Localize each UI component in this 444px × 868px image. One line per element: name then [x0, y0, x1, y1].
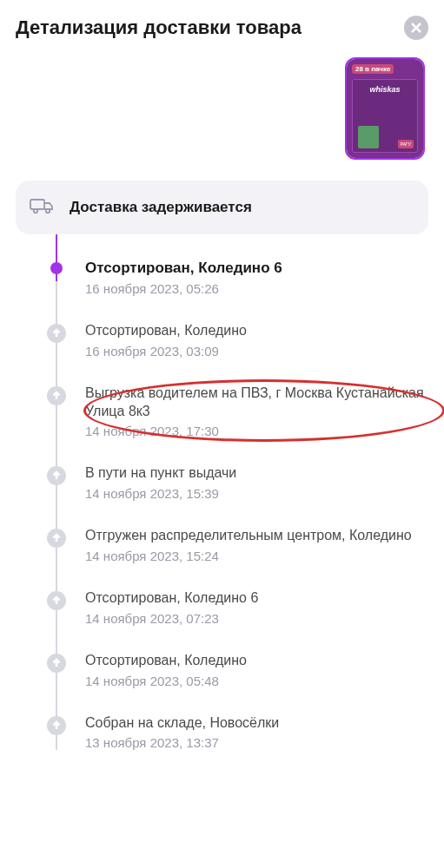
timeline-date: 14 ноября 2023, 17:30 — [85, 424, 428, 438]
timeline-date: 14 ноября 2023, 15:24 — [85, 549, 428, 563]
timeline-status: Отсортирован, Коледино — [85, 652, 428, 670]
product-list: 28 в пачке whiskas РАГУ — [16, 57, 428, 160]
timeline-status: Собран на складе, Новосёлки — [85, 714, 428, 733]
timeline-item: В пути на пункт выдачи14 ноября 2023, 15… — [47, 464, 428, 501]
timeline-marker — [47, 386, 66, 405]
truck-icon — [30, 196, 54, 219]
timeline-marker — [47, 591, 66, 610]
timeline-status: Выгрузка водителем на ПВЗ, г Москва Куст… — [85, 385, 428, 421]
modal-title: Детализация доставки товара — [16, 16, 302, 39]
timeline-date: 14 ноября 2023, 15:39 — [85, 486, 428, 501]
delivery-status: Доставка задерживается — [70, 199, 252, 216]
timeline-status: Отгружен распределительным центром, Коле… — [85, 527, 428, 545]
timeline-date: 13 ноября 2023, 13:37 — [85, 735, 428, 750]
arrow-up-icon — [51, 328, 62, 339]
timeline-date: 14 ноября 2023, 07:23 — [85, 611, 428, 626]
timeline-status: Отсортирован, Коледино 6 — [85, 589, 428, 608]
close-button[interactable] — [404, 16, 428, 40]
timeline-date: 16 ноября 2023, 05:26 — [85, 281, 428, 296]
svg-point-2 — [46, 209, 50, 213]
timeline-marker — [47, 716, 66, 735]
modal-header: Детализация доставки товара — [16, 16, 428, 40]
timeline-item: Отсортирован, Коледино 614 ноября 2023, … — [47, 589, 428, 626]
close-icon — [410, 22, 422, 34]
timeline-status: В пути на пункт выдачи — [85, 464, 428, 483]
timeline-date: 16 ноября 2023, 03:09 — [85, 344, 428, 358]
timeline-item: Отгружен распределительным центром, Коле… — [47, 527, 428, 563]
timeline-item: Отсортирован, Коледино16 ноября 2023, 03… — [47, 322, 428, 358]
arrow-up-icon — [51, 720, 62, 731]
timeline-status: Отсортирован, Коледино — [85, 322, 428, 340]
arrow-up-icon — [51, 391, 62, 401]
status-banner: Доставка задерживается — [16, 181, 428, 234]
timeline: Отсортирован, Коледино 616 ноября 2023, … — [16, 234, 428, 750]
timeline-item: Отсортирован, Коледино14 ноября 2023, 05… — [47, 652, 428, 688]
arrow-up-icon — [51, 470, 62, 481]
product-image: 28 в пачке whiskas РАГУ — [347, 59, 423, 158]
timeline-marker — [47, 529, 66, 548]
timeline-date: 14 ноября 2023, 05:48 — [85, 674, 428, 688]
svg-point-1 — [34, 209, 37, 213]
product-card[interactable]: 28 в пачке whiskas РАГУ — [345, 57, 425, 160]
svg-rect-0 — [30, 200, 44, 209]
timeline-marker — [47, 466, 66, 485]
product-brand: whiskas — [369, 85, 400, 94]
arrow-up-icon — [51, 595, 62, 606]
timeline-item: Выгрузка водителем на ПВЗ, г Москва Куст… — [47, 385, 428, 439]
timeline-marker-current — [50, 262, 63, 274]
timeline-marker — [47, 654, 66, 673]
timeline-marker — [47, 324, 66, 343]
timeline-item: Отсортирован, Коледино 616 ноября 2023, … — [47, 259, 428, 296]
arrow-up-icon — [51, 658, 62, 668]
product-badge: 28 в пачке — [352, 64, 394, 74]
product-label: РАГУ — [398, 140, 414, 148]
arrow-up-icon — [51, 533, 62, 543]
timeline-status: Отсортирован, Коледино 6 — [85, 259, 428, 278]
timeline-item: Собран на складе, Новосёлки13 ноября 202… — [47, 714, 428, 751]
